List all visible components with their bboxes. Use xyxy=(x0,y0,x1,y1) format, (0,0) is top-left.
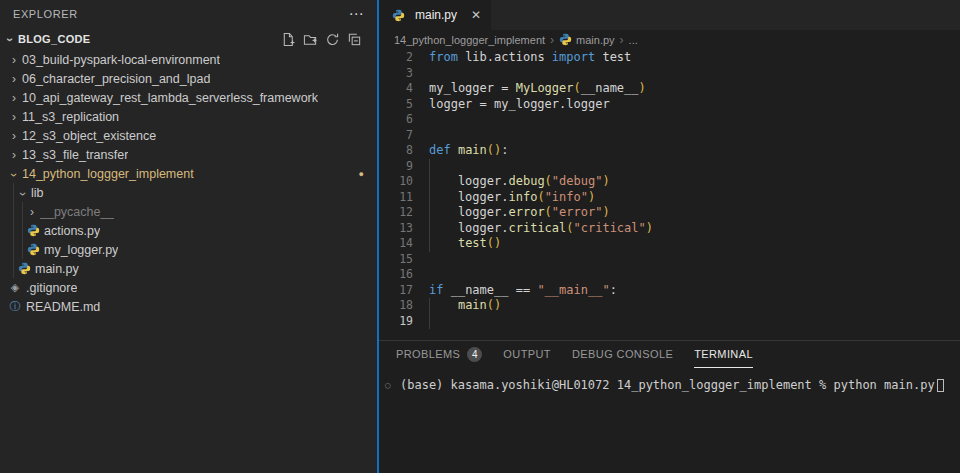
panel-tab-debug-console[interactable]: DEBUG CONSOLE xyxy=(572,341,673,368)
breadcrumb-label: main.py xyxy=(576,34,615,46)
tree-item-14-python-loggger-implement[interactable]: ›14_python_loggger_implement● xyxy=(0,164,377,183)
indent-guide xyxy=(429,298,430,314)
code-line-6[interactable]: 6 xyxy=(379,112,960,128)
line-text: logger.info("info") xyxy=(429,190,595,206)
python-icon xyxy=(17,262,31,275)
more-actions-icon[interactable]: ⋯ xyxy=(348,9,364,19)
code-line-3[interactable]: 3 xyxy=(379,66,960,82)
line-number: 19 xyxy=(379,314,413,330)
code-line-12[interactable]: 12 logger.error("error") xyxy=(379,205,960,221)
code-line-17[interactable]: 17if __name__ == "__main__": xyxy=(379,283,960,299)
tree-item-label: 11_s3_replication xyxy=(22,110,119,124)
tree-item--gitignore[interactable]: ◈.gitignore xyxy=(0,278,377,297)
panel-tab-output[interactable]: OUTPUT xyxy=(503,341,551,368)
tree-item-label: my_logger.py xyxy=(44,243,118,257)
indent-guide xyxy=(429,205,430,221)
tree-item-11-s3-replication[interactable]: ›11_s3_replication xyxy=(0,107,377,126)
breadcrumb-item[interactable]: ... xyxy=(629,34,638,46)
indent-guide xyxy=(429,314,430,330)
breadcrumb: 14_python_loggger_implement›main.py›... xyxy=(379,30,960,49)
tree-item-readme-md[interactable]: ⓘREADME.md xyxy=(0,297,377,316)
line-number: 11 xyxy=(379,190,413,206)
code-line-11[interactable]: 11 logger.info("info") xyxy=(379,190,960,206)
line-number: 2 xyxy=(379,50,413,66)
code-line-19[interactable]: 19 xyxy=(379,314,960,330)
line-number: 18 xyxy=(379,298,413,314)
tree-item-my-logger-py[interactable]: my_logger.py xyxy=(0,240,377,259)
breadcrumb-item[interactable]: main.py xyxy=(559,33,615,46)
tree-indent-guide xyxy=(13,183,14,278)
line-number: 15 xyxy=(379,252,413,268)
line-number: 16 xyxy=(379,267,413,283)
terminal-prompt-text: (base) kasama.yoshiki@HL01072 14_python_… xyxy=(400,378,935,392)
line-text: my_logger = MyLogger(__name__) xyxy=(429,81,646,97)
tree-item-12-s3-object-existence[interactable]: ›12_s3_object_existence xyxy=(0,126,377,145)
line-text: logger = my_logger.logger xyxy=(429,97,610,113)
section-actions xyxy=(280,31,362,47)
line-number: 13 xyxy=(379,221,413,237)
tree-item-label: __pycache__ xyxy=(40,205,114,219)
line-text: test() xyxy=(429,236,501,252)
tree-item-03-build-pyspark-local-environment[interactable]: ›03_build-pyspark-local-environment xyxy=(0,50,377,69)
chevron-right-icon: › xyxy=(8,130,20,142)
tab-main-py[interactable]: main.py ✕ xyxy=(379,0,491,30)
tree-item-lib[interactable]: ›lib xyxy=(0,183,377,202)
line-number: 5 xyxy=(379,97,413,113)
refresh-icon[interactable] xyxy=(324,31,340,47)
terminal-prompt-line[interactable]: ○ (base) kasama.yoshiki@HL01072 14_pytho… xyxy=(385,378,960,392)
sidebar-resize-sash[interactable] xyxy=(377,0,379,473)
tree-item--pycache-[interactable]: ›__pycache__ xyxy=(0,202,377,221)
editor-group: main.py ✕ 14_python_loggger_implement›ma… xyxy=(379,0,960,340)
line-number: 8 xyxy=(379,143,413,159)
chevron-right-icon: › xyxy=(8,73,20,85)
new-folder-icon[interactable] xyxy=(302,31,318,47)
collapse-all-icon[interactable] xyxy=(346,31,362,47)
python-icon xyxy=(559,33,572,46)
tree-item-label: main.py xyxy=(35,262,79,276)
panel-tab-bar: PROBLEMS4OUTPUTDEBUG CONSOLETERMINAL xyxy=(379,341,960,368)
code-line-15[interactable]: 15 xyxy=(379,252,960,268)
explorer-title: EXPLORER xyxy=(13,8,78,20)
python-icon xyxy=(26,224,40,237)
line-text: def main(): xyxy=(429,143,509,159)
tree-item-actions-py[interactable]: actions.py xyxy=(0,221,377,240)
code-line-13[interactable]: 13 logger.critical("critical") xyxy=(379,221,960,237)
tree-item-label: 06_character_precision_and_lpad xyxy=(22,72,210,86)
section-header-blog-code[interactable]: › BLOG_CODE xyxy=(0,28,377,50)
code-line-8[interactable]: 8def main(): xyxy=(379,143,960,159)
code-line-10[interactable]: 10 logger.debug("debug") xyxy=(379,174,960,190)
problems-count-badge: 4 xyxy=(467,347,482,362)
line-number: 17 xyxy=(379,283,413,299)
tree-item-main-py[interactable]: main.py xyxy=(0,259,377,278)
code-area[interactable]: 2from lib.actions import test34my_logger… xyxy=(379,48,960,340)
section-title: BLOG_CODE xyxy=(18,33,90,45)
breadcrumb-separator-icon: › xyxy=(620,33,624,47)
terminal-view[interactable]: ○ (base) kasama.yoshiki@HL01072 14_pytho… xyxy=(379,368,960,392)
code-line-9[interactable]: 9 xyxy=(379,159,960,175)
breadcrumb-item[interactable]: 14_python_loggger_implement xyxy=(394,34,545,46)
code-line-14[interactable]: 14 test() xyxy=(379,236,960,252)
code-line-7[interactable]: 7 xyxy=(379,128,960,144)
command-decoration-icon: ○ xyxy=(385,380,396,390)
code-line-2[interactable]: 2from lib.actions import test xyxy=(379,50,960,66)
new-file-icon[interactable] xyxy=(280,31,296,47)
tree-item-label: 13_s3_file_transfer xyxy=(22,148,128,162)
readme-icon: ⓘ xyxy=(8,299,22,314)
panel-tab-terminal[interactable]: TERMINAL xyxy=(694,341,753,368)
tree-item-06-character-precision-and-lpad[interactable]: ›06_character_precision_and_lpad xyxy=(0,69,377,88)
tree-item-label: README.md xyxy=(26,300,100,314)
panel-tab-problems[interactable]: PROBLEMS4 xyxy=(396,341,482,368)
code-line-18[interactable]: 18 main() xyxy=(379,298,960,314)
chevron-down-icon: › xyxy=(8,169,20,181)
code-line-4[interactable]: 4my_logger = MyLogger(__name__) xyxy=(379,81,960,97)
close-icon[interactable]: ✕ xyxy=(471,8,481,22)
terminal-cursor xyxy=(937,379,944,392)
breadcrumb-label: 14_python_loggger_implement xyxy=(394,34,545,46)
tree-item-10-api-gateway-rest-lambda-serverless-framework[interactable]: ›10_api_gateway_rest_lambda_serverless_f… xyxy=(0,88,377,107)
indent-guide xyxy=(429,236,430,252)
code-line-16[interactable]: 16 xyxy=(379,267,960,283)
line-text: logger.debug("debug") xyxy=(429,174,610,190)
code-line-5[interactable]: 5logger = my_logger.logger xyxy=(379,97,960,113)
python-icon xyxy=(391,9,405,22)
tree-item-13-s3-file-transfer[interactable]: ›13_s3_file_transfer xyxy=(0,145,377,164)
